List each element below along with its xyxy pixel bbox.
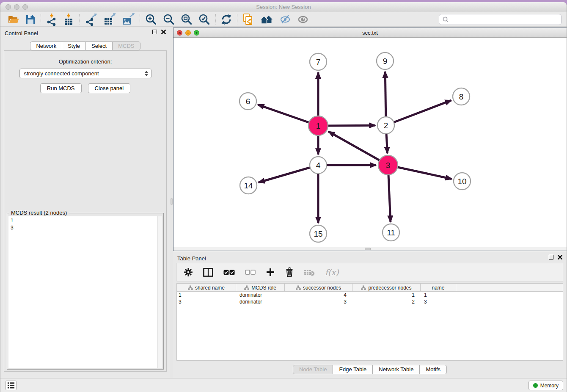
graph-node-label: 2: [384, 121, 388, 130]
graph-edge-4-14[interactable]: [259, 165, 318, 182]
export-table-icon: [103, 13, 116, 26]
table-cell: dominator: [236, 292, 285, 298]
panel-divider[interactable]: [170, 27, 173, 378]
graph-edge-2-8[interactable]: [386, 100, 451, 125]
save-session-button[interactable]: [22, 13, 39, 26]
export-image-button[interactable]: [119, 13, 138, 26]
export-table-button[interactable]: [100, 13, 119, 26]
tab-node-table[interactable]: Node Table: [293, 365, 333, 374]
table-header-row: shared nameMCDS rolesuccessor nodesprede…: [177, 284, 563, 292]
column-header-shared-name[interactable]: shared name: [177, 284, 236, 292]
column-header-successor-nodes[interactable]: successor nodes: [285, 284, 352, 292]
open-folder-icon: [8, 14, 19, 25]
graph-node-14[interactable]: 14: [240, 177, 257, 194]
trash-icon: [285, 267, 294, 277]
zoom-fit-button[interactable]: [178, 13, 195, 26]
search-input[interactable]: [449, 15, 561, 24]
node-table: shared nameMCDS rolesuccessor nodesprede…: [176, 283, 563, 361]
main-toolbar: [0, 12, 567, 27]
zoom-out-icon: [163, 14, 175, 25]
graph-node-11[interactable]: 11: [383, 224, 399, 241]
tab-mcds[interactable]: MCDS: [113, 41, 140, 50]
tree-icon: [188, 285, 193, 290]
show-all-button[interactable]: [295, 13, 312, 26]
graph-edge-3-1[interactable]: [328, 132, 388, 165]
delete-table-button[interactable]: [304, 268, 315, 276]
graph-node-1[interactable]: 1: [308, 116, 328, 135]
export-network-button[interactable]: [82, 13, 100, 26]
graph-node-7[interactable]: 7: [310, 53, 327, 70]
memory-status-icon: [533, 383, 538, 388]
hide-selected-button[interactable]: [277, 13, 295, 26]
home-view-button[interactable]: [256, 13, 277, 26]
toggle-panes-button[interactable]: [203, 268, 213, 277]
divider-grip[interactable]: [171, 198, 173, 205]
graph-node-2[interactable]: 2: [377, 117, 394, 134]
zoom-selected-button[interactable]: [195, 13, 213, 26]
refresh-view-button[interactable]: [218, 13, 235, 26]
float-panel-icon[interactable]: [152, 30, 157, 34]
graph-node-9[interactable]: 9: [377, 52, 394, 69]
tab-edge-table[interactable]: Edge Table: [333, 365, 373, 374]
zoom-out-button[interactable]: [160, 13, 178, 26]
graph-node-15[interactable]: 15: [310, 225, 327, 242]
function-builder-button[interactable]: f(x): [325, 268, 339, 277]
table-panel-header: Table Panel: [173, 252, 567, 263]
import-table-button[interactable]: [60, 13, 77, 26]
network-canvas[interactable]: 7968124314101511: [173, 38, 567, 247]
save-icon: [25, 14, 36, 25]
graph-node-3[interactable]: 3: [378, 155, 398, 175]
graph-node-label: 1: [316, 121, 321, 130]
mcds-result-text[interactable]: 1 3: [8, 216, 162, 368]
network-hscrollbar[interactable]: [173, 247, 567, 251]
table-cell: 1: [352, 292, 421, 298]
table-row-1[interactable]: 3dominator323: [177, 298, 563, 305]
tab-select[interactable]: Select: [86, 41, 113, 50]
network-window-title: scc.txt: [173, 30, 567, 36]
float-table-panel-icon[interactable]: [549, 255, 553, 259]
network-hscroll-thumb[interactable]: [365, 248, 371, 250]
select-all-columns-button[interactable]: [223, 270, 235, 275]
toolbar-separator: [79, 14, 80, 25]
result-line: 1: [11, 217, 160, 224]
graph-node-label: 7: [316, 58, 321, 66]
graph-node-6[interactable]: 6: [239, 93, 256, 110]
graph-node-10[interactable]: 10: [454, 173, 471, 190]
memory-button[interactable]: Memory: [528, 381, 563, 390]
fx-icon: f(x): [325, 268, 339, 277]
criterion-select[interactable]: strongly connected component: [19, 69, 151, 78]
run-mcds-button[interactable]: Run MCDS: [40, 83, 82, 93]
table-row-0[interactable]: 1dominator411: [177, 292, 563, 298]
open-session-button[interactable]: [5, 13, 22, 26]
table-cell: 3: [285, 298, 352, 305]
tab-style[interactable]: Style: [62, 41, 86, 50]
tab-network-table[interactable]: Network Table: [373, 365, 420, 374]
deselect-all-columns-button[interactable]: [245, 270, 256, 275]
clone-network-button[interactable]: [239, 13, 256, 26]
close-table-panel-icon[interactable]: [558, 255, 562, 259]
column-header-MCDS-role[interactable]: MCDS role: [236, 284, 285, 292]
import-network-button[interactable]: [43, 13, 60, 26]
graph-node-4[interactable]: 4: [310, 157, 327, 174]
eye-slash-icon: [280, 14, 292, 25]
add-column-button[interactable]: [266, 268, 275, 277]
zoom-fit-icon: [181, 14, 193, 25]
close-panel-button[interactable]: Close panel: [88, 83, 131, 93]
delete-column-button[interactable]: [285, 267, 294, 277]
graph-node-label: 15: [314, 229, 322, 238]
network-window-titlebar: ✕ − + scc.txt: [173, 28, 567, 38]
toolbar-separator: [41, 14, 41, 25]
result-scrollbar[interactable]: [157, 216, 162, 368]
tab-network[interactable]: Network: [30, 41, 62, 50]
table-cell: 4: [285, 292, 352, 298]
settings-gear-button[interactable]: [184, 268, 193, 277]
task-history-button[interactable]: [6, 381, 17, 390]
zoom-in-button[interactable]: [142, 13, 160, 26]
tab-motifs[interactable]: Motifs: [420, 365, 447, 374]
column-header-predecessor-nodes[interactable]: predecessor nodes: [352, 284, 421, 292]
close-panel-icon[interactable]: [161, 30, 166, 34]
graph-node-8[interactable]: 8: [453, 88, 470, 105]
column-header-name[interactable]: name: [421, 284, 456, 292]
mcds-result-group: MCDS result (2 nodes) 1 3: [7, 210, 164, 370]
control-panel-title: Control Panel: [5, 30, 38, 36]
